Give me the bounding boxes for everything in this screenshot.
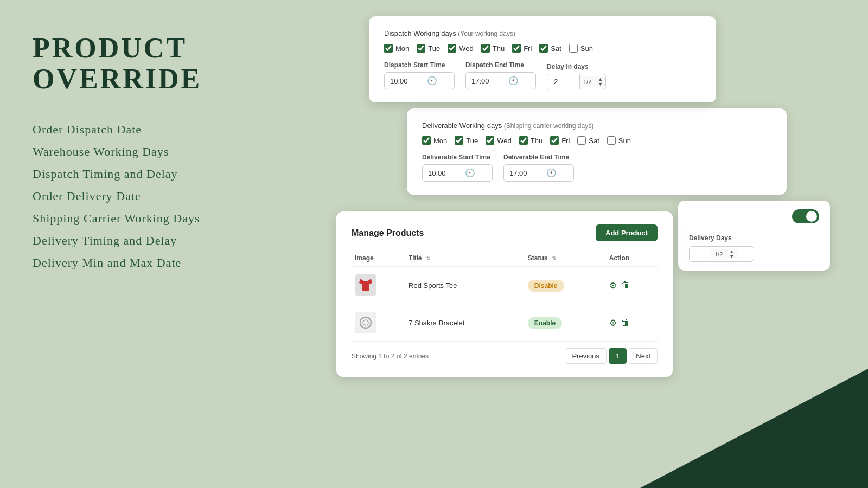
feature-item-1: Order Dispatch Date [33,120,304,138]
delivery-day-sat[interactable]: Sat [577,136,599,145]
delivery-day-sun[interactable]: Sun [607,136,631,145]
dispatch-start-time-input[interactable] [390,77,423,85]
left-panel: Product Override Order Dispatch Date War… [0,0,336,488]
toggle-delivery-fraction: 1/2 [711,249,726,260]
table-row: 7 Shakra Bracelet Enable ⚙ 🗑 [352,304,658,342]
delivery-fri-checkbox[interactable] [550,136,559,145]
feature-item-5: Shipping Carrier Working Days [33,209,304,227]
page-1-button[interactable]: 1 [609,348,627,364]
toggle-delivery-down-button[interactable]: ▼ [726,254,737,259]
col-action: Action [606,250,658,267]
dispatch-thu-checkbox[interactable] [481,44,490,53]
delivery-day-fri[interactable]: Fri [550,136,570,145]
dispatch-sat-checkbox[interactable] [539,44,548,53]
dispatch-day-thu[interactable]: Thu [481,44,505,53]
svg-point-3 [360,317,371,328]
table-header-row: Image Title ⇅ Status ⇅ Action [352,250,658,267]
row2-status-cell: Enable [525,304,606,342]
delivery-day-wed[interactable]: Wed [486,136,512,145]
dispatch-tue-checkbox[interactable] [417,44,425,53]
row2-title-cell: 7 Shakra Bracelet [405,304,525,342]
right-panel: Dispatch Working days (Your working days… [336,0,868,488]
dispatch-mon-checkbox[interactable] [384,44,393,53]
toggle-card: Delivery Days 1/2 ▲ ▼ [678,201,830,271]
row2-action-icons: ⚙ 🗑 [609,318,654,328]
delivery-thu-checkbox[interactable] [519,136,528,145]
dispatch-fri-checkbox[interactable] [512,44,521,53]
delivery-mon-checkbox[interactable] [422,136,431,145]
delivery-day-tue[interactable]: Tue [455,136,478,145]
delivery-start-time-input[interactable] [428,169,461,177]
delivery-end-time-input[interactable] [509,169,542,177]
dispatch-day-mon[interactable]: Mon [384,44,409,53]
row2-image-cell [352,304,405,342]
dispatch-day-sun[interactable]: Sun [569,44,593,53]
row2-status-badge: Enable [528,317,562,329]
dispatch-delay-group: Delay in days 1/2 ▲ ▼ [547,63,606,89]
delivery-tue-checkbox[interactable] [455,136,463,145]
row1-product-image [355,274,376,296]
svg-rect-0 [362,281,369,291]
toggle-knob [806,211,817,222]
col-image: Image [352,250,405,267]
previous-button[interactable]: Previous [565,348,607,364]
dispatch-wed-checkbox[interactable] [448,44,456,53]
dispatch-sun-checkbox[interactable] [569,44,578,53]
dispatch-end-time-input[interactable] [471,77,504,85]
title-sort-icon[interactable]: ⇅ [426,255,430,261]
delivery-card: Deliverable Working days (Shipping carri… [407,108,787,195]
delivery-day-mon[interactable]: Mon [422,136,447,145]
dispatch-delay-spinner: ▲ ▼ [595,77,605,87]
dispatch-day-sat[interactable]: Sat [539,44,561,53]
feature-item-4: Order Delivery Date [33,187,304,205]
table-row: Red Sports Tee Disable ⚙ 🗑 [352,267,658,304]
row1-delete-icon[interactable]: 🗑 [621,280,630,290]
col-title: Title ⇅ [405,250,525,267]
dispatch-start-time-input-wrap: 🕙 [384,72,455,89]
status-sort-icon[interactable]: ⇅ [552,255,556,261]
dispatch-start-time-label: Dispatch Start Time [384,61,455,69]
next-button[interactable]: Next [629,348,658,364]
dispatch-days-row: Mon Tue Wed Thu Fri Sat [384,44,701,53]
delivery-sat-checkbox[interactable] [577,136,586,145]
delivery-start-time-label: Deliverable Start Time [422,153,493,161]
row1-status-cell: Disable [525,267,606,304]
dispatch-card-title: Dispatch Working days (Your working days… [384,29,701,37]
dispatch-card: Dispatch Working days (Your working days… [369,16,716,102]
dispatch-day-fri[interactable]: Fri [512,44,532,53]
svg-point-4 [363,320,368,325]
delivery-wed-checkbox[interactable] [486,136,494,145]
dispatch-day-wed[interactable]: Wed [448,44,474,53]
dispatch-delay-number-input[interactable] [547,74,580,89]
dispatch-delay-down-button[interactable]: ▼ [595,82,605,87]
dispatch-end-clock-icon: 🕙 [508,76,519,86]
toggle-delivery-days-input[interactable] [690,247,711,261]
products-card: Manage Products Add Product Image Title … [336,211,673,377]
row1-settings-icon[interactable]: ⚙ [609,280,617,291]
delivery-end-time-group: Deliverable End Time 🕙 [503,153,574,182]
delivery-start-time-group: Deliverable Start Time 🕙 [422,153,493,182]
row2-delete-icon[interactable]: 🗑 [621,318,630,328]
row1-image-cell [352,267,405,304]
delivery-sun-checkbox[interactable] [607,136,616,145]
delivery-end-clock-icon: 🕙 [546,168,557,178]
add-product-button[interactable]: Add Product [596,224,658,241]
dispatch-time-fields: Dispatch Start Time 🕙 Dispatch End Time … [384,61,701,89]
row2-product-image [355,312,376,333]
dispatch-end-time-input-wrap: 🕙 [465,72,536,89]
delivery-card-title: Deliverable Working days (Shipping carri… [422,121,771,130]
delivery-start-clock-icon: 🕙 [465,168,475,178]
delivery-day-thu[interactable]: Thu [519,136,542,145]
page-title: Product Override [33,33,304,94]
dispatch-day-tue[interactable]: Tue [417,44,440,53]
dispatch-delay-input-wrap: 1/2 ▲ ▼ [547,74,606,89]
toggle-switch[interactable] [792,209,819,223]
feature-item-3: Dispatch Timing and Delay [33,165,304,183]
toggle-delivery-days-input-wrap: 1/2 ▲ ▼ [689,246,754,262]
row2-settings-icon[interactable]: ⚙ [609,318,617,328]
toggle-delivery-spinner: ▲ ▼ [726,249,737,259]
row2-action-cell: ⚙ 🗑 [606,304,658,342]
delivery-end-time-input-wrap: 🕙 [503,164,574,182]
row1-action-cell: ⚙ 🗑 [606,267,658,304]
table-footer: Showing 1 to 2 of 2 entries Previous 1 N… [352,342,658,364]
